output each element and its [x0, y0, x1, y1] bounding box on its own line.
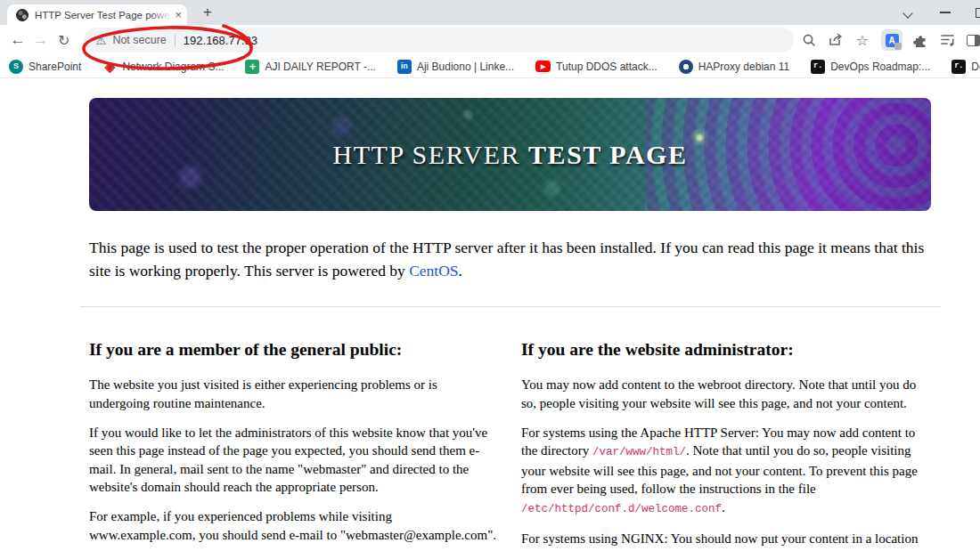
- extensions-puzzle-icon[interactable]: [913, 32, 929, 48]
- page-content: HTTP SERVER TEST PAGE This page is used …: [0, 78, 980, 551]
- sharepoint-icon: S: [9, 60, 23, 74]
- back-button[interactable]: ←: [6, 31, 29, 49]
- forward-button: →: [29, 31, 53, 49]
- linkedin-icon: in: [397, 60, 412, 74]
- minimize-button[interactable]: [940, 12, 951, 13]
- paragraph: The website you just visited is either e…: [89, 376, 497, 412]
- tab-title: HTTP Server Test Page powered: [35, 10, 171, 20]
- maximize-button[interactable]: [976, 8, 980, 18]
- bookmark-sharepoint[interactable]: S SharePoint: [9, 60, 81, 74]
- intro-paragraph: This page is used to test the proper ope…: [89, 237, 928, 282]
- bookmark-devops-roadmap[interactable]: r. DevOps Roadmap:...: [811, 60, 930, 74]
- roadmap-icon: r.: [951, 60, 966, 74]
- youtube-icon: ▶: [535, 61, 551, 72]
- paragraph: For example, if you experienced problems…: [89, 507, 497, 544]
- address-bar[interactable]: ⚠ Not secure 192.168.77.83: [84, 28, 794, 53]
- browser-tab[interactable]: HTTP Server Test Page powered ×: [7, 4, 187, 25]
- two-column-section: If you are a member of the general publi…: [89, 333, 927, 551]
- bookmark-aji-daily-report[interactable]: + AJI DAILY REPORT -...: [245, 60, 375, 74]
- media-controls-icon[interactable]: [940, 32, 956, 48]
- bookmark-youtube[interactable]: ▶ Tutup DDOS attack...: [535, 61, 657, 73]
- roadmap-icon: r.: [811, 60, 825, 74]
- omnibox-divider: [175, 34, 176, 46]
- paragraph: For systems using NGINX: You should now …: [521, 530, 927, 551]
- bookmark-linkedin[interactable]: in Aji Budiono | Linke...: [397, 60, 514, 74]
- new-tab-button[interactable]: +: [198, 3, 217, 22]
- test-page-banner: HTTP SERVER TEST PAGE: [89, 98, 931, 211]
- browser-toolbar: ← → ↻ ⚠ Not secure 192.168.77.83 ☆ A: [0, 25, 980, 55]
- horizontal-divider: [80, 306, 941, 307]
- not-secure-warning-icon[interactable]: ⚠: [96, 35, 107, 46]
- page-title: HTTP SERVER TEST PAGE: [333, 140, 688, 170]
- bookmark-star-icon[interactable]: ☆: [854, 32, 870, 48]
- browser-window: HTTP Server Test Page powered × + ← → ↻ …: [0, 0, 980, 551]
- search-icon[interactable]: [801, 32, 817, 48]
- spreadsheet-icon: +: [245, 60, 259, 74]
- translate-extension-icon[interactable]: A: [881, 29, 902, 51]
- url-text[interactable]: 192.168.77.83: [184, 34, 257, 47]
- administrator-column: If you are the website administrator: Yo…: [521, 333, 927, 551]
- tab-bar: HTTP Server Test Page powered × +: [0, 0, 980, 25]
- paragraph: For systems using the Apache HTTP Server…: [521, 424, 927, 519]
- bookmark-network-diagram[interactable]: ◈ Network Diagram S...: [102, 60, 224, 74]
- reload-button[interactable]: ↻: [53, 32, 76, 49]
- centos-link[interactable]: CentOS: [409, 262, 458, 280]
- window-controls: [904, 0, 980, 25]
- network-diagram-icon: ◈: [102, 60, 117, 74]
- security-label: Not secure: [112, 34, 166, 46]
- side-panel-icon[interactable]: [967, 35, 980, 46]
- bookmarks-bar: S SharePoint ◈ Network Diagram S... + AJ…: [0, 55, 980, 78]
- toolbar-actions: ☆ A: [801, 29, 980, 51]
- bookmark-docker-roadmap[interactable]: r. Docker Roadmap -...: [951, 60, 980, 74]
- general-public-column: If you are a member of the general publi…: [89, 333, 497, 551]
- globe-favicon-icon: [16, 9, 29, 21]
- tab-close-icon[interactable]: ×: [175, 9, 182, 20]
- administrator-heading: If you are the website administrator:: [521, 340, 927, 360]
- general-public-heading: If you are a member of the general publi…: [89, 340, 497, 360]
- share-icon[interactable]: [828, 32, 844, 48]
- tab-search-chevron-icon[interactable]: [904, 8, 913, 17]
- haproxy-icon: [679, 60, 693, 74]
- bookmark-haproxy[interactable]: HAProxy debian 11: [679, 60, 790, 74]
- paragraph: If you would like to let the administrat…: [89, 424, 497, 497]
- paragraph: You may now add content to the webroot d…: [521, 376, 927, 412]
